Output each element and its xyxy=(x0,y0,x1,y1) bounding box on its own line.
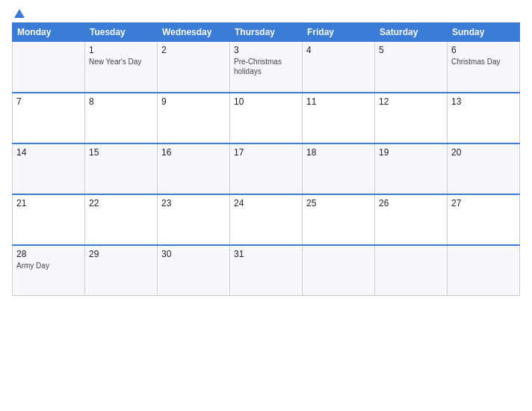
day-number: 4 xyxy=(306,45,371,55)
calendar-cell: 1New Year's Day xyxy=(85,42,158,93)
day-number: 27 xyxy=(451,198,516,208)
day-number: 6 xyxy=(451,45,516,55)
calendar-cell: 28Army Day xyxy=(13,245,85,296)
day-number: 19 xyxy=(379,147,443,158)
calendar-body: 1New Year's Day23Pre-Christmasholidays45… xyxy=(13,42,520,296)
day-number: 15 xyxy=(89,147,153,158)
calendar-cell: 17 xyxy=(230,143,303,194)
calendar-week-row: 14151617181920 xyxy=(13,143,520,194)
calendar-week-row: 78910111213 xyxy=(13,93,520,143)
calendar-cell: 11 xyxy=(303,93,375,143)
calendar-cell: 29 xyxy=(85,245,158,296)
calendar-cell: 2 xyxy=(158,42,230,93)
calendar-header: MondayTuesdayWednesdayThursdayFridaySatu… xyxy=(13,23,520,42)
calendar-cell: 19 xyxy=(375,143,448,194)
calendar-cell: 24 xyxy=(230,194,303,245)
day-number: 18 xyxy=(306,147,371,158)
day-number: 5 xyxy=(379,45,443,55)
calendar-week-row: 28Army Day293031 xyxy=(13,245,520,296)
day-number: 7 xyxy=(16,96,81,107)
day-number: 1 xyxy=(89,45,153,55)
calendar-cell: 22 xyxy=(85,194,158,245)
day-number: 12 xyxy=(379,96,443,107)
calendar-cell: 27 xyxy=(448,194,520,245)
day-number: 21 xyxy=(16,198,81,208)
calendar-cell: 7 xyxy=(13,93,85,143)
day-number: 10 xyxy=(234,96,298,107)
calendar-cell: 6Christmas Day xyxy=(448,42,520,93)
calendar-cell: 25 xyxy=(303,194,375,245)
event-label: holidays xyxy=(234,67,298,76)
page: MondayTuesdayWednesdayThursdayFridaySatu… xyxy=(0,0,532,411)
calendar-cell: 10 xyxy=(230,93,303,143)
calendar-cell: 31 xyxy=(230,245,303,296)
weekday-header-thursday: Thursday xyxy=(230,23,303,42)
calendar-cell: 14 xyxy=(13,143,85,194)
day-number: 16 xyxy=(161,147,226,158)
calendar-cell: 15 xyxy=(85,143,158,194)
weekday-header-tuesday: Tuesday xyxy=(85,23,158,42)
calendar-cell: 5 xyxy=(375,42,448,93)
calendar-cell xyxy=(303,245,375,296)
event-label: Christmas Day xyxy=(451,57,516,67)
header xyxy=(12,9,520,18)
day-number: 2 xyxy=(161,45,226,55)
day-number: 29 xyxy=(89,249,153,259)
weekday-header-monday: Monday xyxy=(13,23,85,42)
logo xyxy=(12,9,26,18)
calendar-cell: 4 xyxy=(303,42,375,93)
day-number: 30 xyxy=(161,249,226,259)
calendar-cell xyxy=(13,42,85,93)
day-number: 25 xyxy=(306,198,371,208)
day-number: 24 xyxy=(234,198,298,208)
weekday-row: MondayTuesdayWednesdayThursdayFridaySatu… xyxy=(13,23,520,42)
weekday-header-wednesday: Wednesday xyxy=(158,23,230,42)
day-number: 23 xyxy=(161,198,226,208)
calendar-cell: 3Pre-Christmasholidays xyxy=(230,42,303,93)
calendar-cell xyxy=(448,245,520,296)
day-number: 26 xyxy=(379,198,443,208)
calendar-cell: 21 xyxy=(13,194,85,245)
calendar-cell: 23 xyxy=(158,194,230,245)
day-number: 13 xyxy=(451,96,516,107)
day-number: 28 xyxy=(16,249,81,259)
day-number: 11 xyxy=(306,96,371,107)
calendar-cell: 8 xyxy=(85,93,158,143)
calendar-cell: 18 xyxy=(303,143,375,194)
day-number: 14 xyxy=(16,147,81,158)
calendar-cell: 16 xyxy=(158,143,230,194)
day-number: 9 xyxy=(161,96,226,107)
event-label: New Year's Day xyxy=(89,57,153,67)
calendar-week-row: 1New Year's Day23Pre-Christmasholidays45… xyxy=(13,42,520,93)
calendar-table: MondayTuesdayWednesdayThursdayFridaySatu… xyxy=(12,22,520,296)
weekday-header-friday: Friday xyxy=(303,23,375,42)
calendar-cell: 9 xyxy=(158,93,230,143)
logo-triangle-icon xyxy=(14,9,25,18)
day-number: 22 xyxy=(89,198,153,208)
calendar-week-row: 21222324252627 xyxy=(13,194,520,245)
weekday-header-saturday: Saturday xyxy=(375,23,448,42)
weekday-header-sunday: Sunday xyxy=(448,23,520,42)
calendar-cell xyxy=(375,245,448,296)
day-number: 8 xyxy=(89,96,153,107)
day-number: 3 xyxy=(234,45,298,55)
calendar-cell: 12 xyxy=(375,93,448,143)
calendar-cell: 30 xyxy=(158,245,230,296)
event-label: Army Day xyxy=(16,261,81,271)
calendar-cell: 26 xyxy=(375,194,448,245)
day-number: 31 xyxy=(234,249,298,259)
calendar-cell: 13 xyxy=(448,93,520,143)
day-number: 20 xyxy=(451,147,516,158)
event-label: Pre-Christmas xyxy=(234,57,298,67)
calendar-cell: 20 xyxy=(448,143,520,194)
day-number: 17 xyxy=(234,147,298,158)
